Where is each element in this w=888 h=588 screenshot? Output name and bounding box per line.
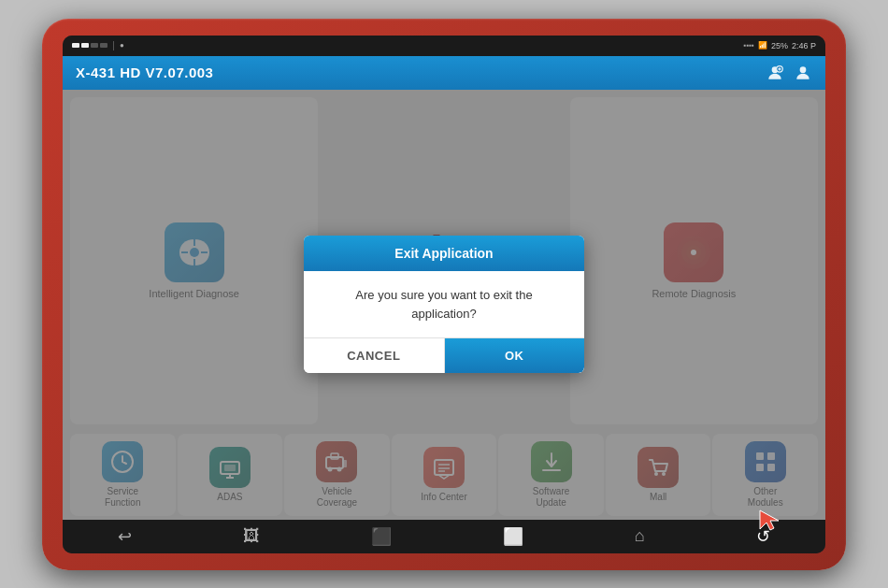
signal-icon: ▪▪▪▪ [744, 41, 754, 50]
dialog-overlay: Exit Application Are you sure you want t… [63, 90, 825, 520]
dialog-title: Exit Application [394, 246, 493, 261]
status-right-icons: ▪▪▪▪ 📶 25% 2:46 P [744, 41, 816, 50]
tablet-device: ● ▪▪▪▪ 📶 25% 2:46 P X-431 HD V7.07.003 [42, 19, 846, 570]
app-header: X-431 HD V7.07.003 [63, 56, 825, 90]
nav-gallery-icon[interactable]: 🖼 [243, 526, 260, 546]
dialog-buttons: CANCEL OK [304, 337, 584, 373]
nav-usb-icon[interactable]: ⬛ [371, 526, 392, 547]
header-icons [766, 64, 812, 82]
main-content: Intelligent Diagnose [63, 90, 825, 520]
nav-return-icon[interactable]: ↺ [756, 526, 770, 547]
nav-back-icon[interactable]: ↩ [118, 526, 132, 547]
nav-bar: ↩ 🖼 ⬛ ⬜ ⌂ ↺ [63, 520, 825, 553]
status-bar: ● ▪▪▪▪ 📶 25% 2:46 P [63, 36, 825, 56]
exit-dialog: Exit Application Are you sure you want t… [304, 236, 584, 372]
user-settings-icon[interactable] [766, 64, 784, 82]
tablet-screen: ● ▪▪▪▪ 📶 25% 2:46 P X-431 HD V7.07.003 [63, 36, 825, 553]
profile-icon[interactable] [794, 64, 812, 82]
nav-recent-icon[interactable]: ⬜ [503, 526, 523, 547]
cancel-button[interactable]: CANCEL [304, 338, 445, 373]
status-left-icons: ● [72, 41, 124, 50]
wifi-icon: 📶 [758, 41, 767, 50]
dialog-title-bar: Exit Application [304, 236, 584, 271]
battery-level: 25% [771, 41, 788, 50]
nav-home-icon[interactable]: ⌂ [635, 526, 645, 546]
ok-button[interactable]: OK [445, 338, 585, 373]
clock: 2:46 P [792, 41, 816, 50]
dialog-body: Are you sure you want to exit the applic… [304, 271, 584, 337]
app-title: X-431 HD V7.07.003 [76, 65, 213, 80]
dialog-message: Are you sure you want to exit the applic… [355, 288, 532, 320]
svg-point-2 [800, 66, 807, 73]
